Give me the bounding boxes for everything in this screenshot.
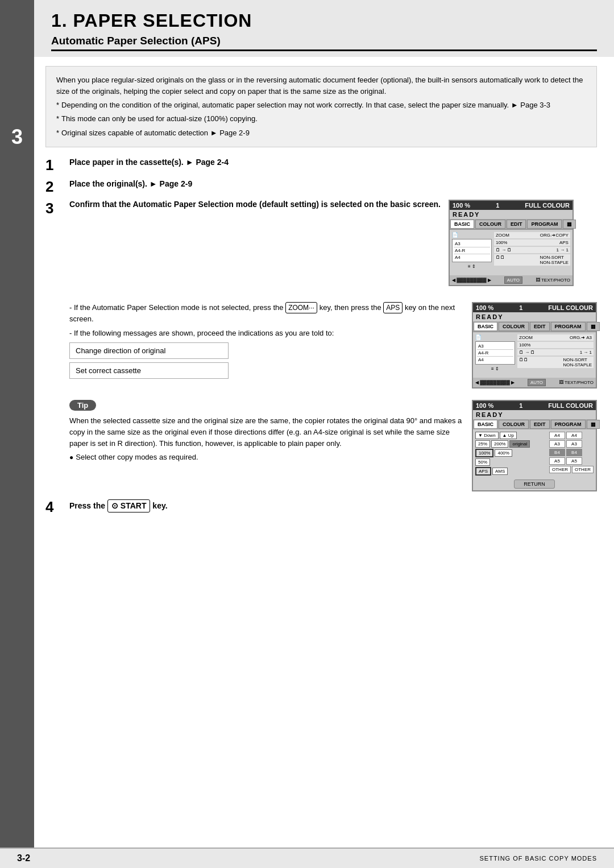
ms1-tab-program: PROGRAM [527,220,562,229]
ms2-copy-icon: 🗒 → 🗒 [519,350,535,355]
ms2-ready: READY [473,312,596,321]
ms1-auto-btn: AUTO [504,276,522,284]
ms2-tab-edit: EDIT [530,322,550,331]
steps-area: 1 Place paper in the cassette(s). ► Page… [34,156,614,514]
bullet-1-text2: key, then press the [320,303,381,312]
message-box-2: Set correct cassette [69,362,229,379]
zs-100-btn[interactable]: 100% [475,449,493,457]
step-1-label: Place paper in the cassette(s). [69,158,184,167]
ms1-bottom-row: ◀ ▓▓▓▓▓▓▓▓▓ ▶ AUTO 🖼 TEXT/PHOTO [450,275,572,285]
zs-size-a4: A4 A4 [549,432,594,439]
tip-section: Tip When the selected cassette size and … [69,400,597,491]
ms2-tab-program: PROGRAM [551,322,586,331]
step-2-row: 2 Place the original(s). ► Page 2-9 [45,178,597,194]
zs-size-a5: A5 A5 [549,457,594,465]
ms1-count: 1 [496,202,499,209]
ms2-right-panel: ZOOM ORG.➜ A3 100% 🗒 → 🗒 1 → 1 [517,334,594,375]
zs-zoom-row2: 100% 400% [475,449,547,457]
page-wrapper: 3 1. PAPER SELECTION Automatic Paper Sel… [0,0,614,868]
ms1-tab-extra: ▦ [563,220,576,229]
zs-tab-basic: BASIC [474,420,497,429]
select-other: ● Select other copy modes as required. [69,453,464,461]
step-1-ref: Page 2-4 [196,158,229,167]
ms2-doc-icon: 📄 [475,334,515,340]
zs-400-btn[interactable]: 400% [495,449,512,457]
ms1-staple-text: NON-SORTNON-STAPLE [540,255,569,265]
ms2-org-copy: ORG.➜ A3 [570,335,592,340]
ms2-auto-btn: AUTO [528,379,546,386]
ms1-colour: FULL COLOUR [525,202,570,209]
message-2-text: Set correct cassette [76,366,141,375]
ms2-percent: 100 % [476,304,493,311]
select-other-text: Select other copy modes as required. [76,453,198,461]
zs-aps-btn[interactable]: APS [475,467,491,476]
zs-tab-edit: EDIT [530,420,550,429]
note-3-text: Original sizes capable of automatic dete… [61,127,250,139]
zs-return-btn[interactable]: RETURN [514,480,555,489]
ms2-ratio: 1 → 1 [580,350,592,355]
step-1-row: 1 Place paper in the cassette(s). ► Page… [45,156,597,172]
page-footer: 3-2 SETTING OF BASIC COPY MODES [0,848,614,868]
ms2-zoom-row: ZOOM ORG.➜ A3 [517,334,594,341]
ms1-zoom-percent: 100% [496,240,507,245]
section-title: Automatic Paper Selection (APS) [51,35,597,51]
zs-size-other: OTHER OTHER [549,466,594,473]
ms2-paper-row: 🗒 → 🗒 1 → 1 [517,349,594,356]
ms2-tab-extra: ▦ [587,322,600,331]
zs-zoom-row3: 50% [475,458,547,466]
aps-key: APS [383,302,403,313]
bullet-2-text: If the following messages are shown, pro… [74,329,334,337]
zs-a4-orig: A4 [549,432,565,439]
zs-colour: FULL COLOUR [548,402,593,409]
zs-25-btn[interactable]: 25% [475,440,490,448]
ms1-tab-colour: COLOUR [475,220,505,229]
zs-down-btn[interactable]: ▼ Down [475,432,499,439]
zoom-key: ZOOM··· [285,302,317,313]
ms2-progress: ◀ ▓▓▓▓▓▓▓▓▓ ▶ [475,380,515,385]
middle-section: - If the Automatic Paper Selection mode … [69,302,597,394]
note-1: * Depending on the condition of the orig… [56,100,586,111]
ms2-top-bar: 100 % 1 FULL COLOUR [473,303,596,312]
footer-page-num: 3-2 [17,853,30,863]
ms1-ready: READY [450,210,572,219]
note-1-text: Depending on the condition of the origin… [61,100,550,111]
zs-200-btn[interactable]: 200% [491,440,508,448]
zs-a5-orig: A5 [549,457,565,465]
bullet-1-text1: If the Automatic Paper Selection mode is… [74,303,284,312]
note-2-text: This mode can only be used for actual-si… [61,113,258,125]
zs-size-a3: A3 A3 [549,440,594,448]
ms2-body: 📄 A3 A4-R A4 ≡ ⇕ ZOOM [473,332,596,378]
main-content: 1. PAPER SELECTION Automatic Paper Selec… [34,0,614,868]
message-1-text: Change direction of original [76,346,165,355]
ms2-count: 1 [519,304,522,311]
step-3-text: Confirm that the Automatic Paper Selecti… [69,200,441,209]
zs-return-row: RETURN [473,478,596,490]
chapter-number: 3 [11,125,23,149]
ms1-arrows: ≡ ⇕ [452,264,492,269]
step-2-content: Place the original(s). ► Page 2-9 [69,178,597,190]
step-1-arrow: ► [186,158,196,167]
ms1-zoom-val: 100% APS [494,239,570,246]
ms1-tab-edit: EDIT [507,220,526,229]
ms2-staple-text: NON-SORTNON-STAPLE [563,357,592,367]
bullet-1: - If the Automatic Paper Selection mode … [69,302,464,325]
step-2-label: Place the original(s). [69,179,147,188]
zs-50-btn[interactable]: 50% [475,458,490,466]
step-1-text: Place paper in the cassette(s). ► Page 2… [69,156,597,168]
zoom-screen: 100 % 1 FULL COLOUR READY BASIC COLOUR E… [472,400,597,491]
ms1-paper-row: 🗒 → 🗒 1 → 1 [494,247,570,253]
zs-other-copy: OTHER [572,466,594,473]
tip-label: Tip [69,400,96,411]
screen-1: 100 % 1 FULL COLOUR READY BASIC COLOUR E… [449,200,574,292]
ms2-staple-icons: 🗒🗒 [519,357,528,367]
note-2: * This mode can only be used for actual-… [56,113,586,125]
ms1-progress: ◀ ▓▓▓▓▓▓▓▓▓ ▶ [452,278,491,283]
zs-up-btn[interactable]: ▲ Up [500,432,517,439]
page-header: 1. PAPER SELECTION Automatic Paper Selec… [34,0,614,57]
ms1-zoom-row: ZOOM ORG.➜COPY [494,232,570,238]
ms2-zoom-percent: 100% [519,342,530,348]
step-3-layout: Confirm that the Automatic Paper Selecti… [69,200,574,292]
ms1-body: 📄 A3 A4-R A4 ≡ ⇕ [450,230,572,275]
zs-ams-btn[interactable]: AMS [492,468,508,475]
ms2-bottom-row: ◀ ▓▓▓▓▓▓▓▓▓ ▶ AUTO 🖼 TEXT/PHOTO [473,378,596,387]
